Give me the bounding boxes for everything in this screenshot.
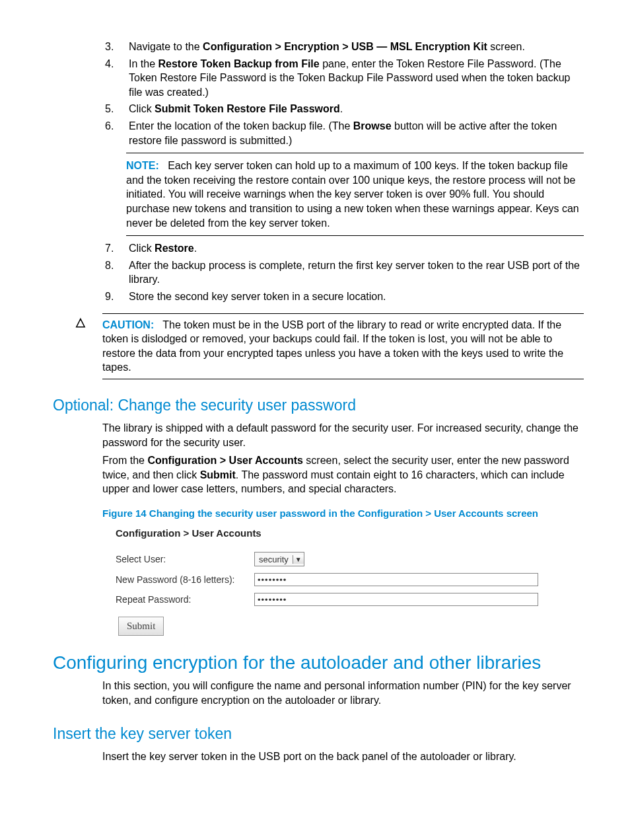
step-num: 3. <box>102 40 129 54</box>
screenshot-user-accounts: Configuration > User Accounts Select Use… <box>102 527 584 636</box>
note-text: Each key server token can hold up to a m… <box>126 160 579 228</box>
step-text: After the backup process is complete, re… <box>129 258 584 287</box>
shot-row-select-user: Select User: security ▼ <box>116 552 584 566</box>
chevron-down-icon: ▼ <box>293 555 304 564</box>
step-text: Navigate to the Configuration > Encrypti… <box>129 40 584 54</box>
select-user-dropdown[interactable]: security ▼ <box>254 552 304 566</box>
step-6: 6. Enter the location of the token backu… <box>102 119 584 147</box>
caution-body: CAUTION: The token must be in the USB po… <box>102 313 584 379</box>
step-num: 8. <box>102 258 129 287</box>
insert-p1: Insert the key server token in the USB p… <box>102 749 584 764</box>
step-5: 5. Click Submit Token Restore File Passw… <box>102 102 584 116</box>
step-9: 9. Store the second key server token in … <box>102 289 584 304</box>
heading-configuring: Configuring encryption for the autoloade… <box>40 650 590 675</box>
note-box: NOTE: Each key server token can hold up … <box>126 153 584 236</box>
step-num: 9. <box>102 289 129 304</box>
steps-top: 3. Navigate to the Configuration > Encry… <box>102 40 584 147</box>
repeat-password-field[interactable]: •••••••• <box>254 593 538 606</box>
shot-breadcrumb: Configuration > User Accounts <box>116 527 584 540</box>
step-7: 7. Click Restore. <box>102 241 584 256</box>
submit-button[interactable]: Submit <box>118 617 164 635</box>
step-3: 3. Navigate to the Configuration > Encry… <box>102 40 584 54</box>
figure-caption: Figure 14 Changing the security user pas… <box>102 507 584 520</box>
note-label: NOTE: <box>126 160 159 171</box>
optional-p2: From the Configuration > User Accounts s… <box>102 453 584 496</box>
select-user-value: security <box>255 554 293 566</box>
step-8: 8. After the backup process is complete,… <box>102 258 584 287</box>
optional-block: The library is shipped with a default pa… <box>102 421 584 636</box>
step-num: 5. <box>102 102 129 116</box>
optional-p1: The library is shipped with a default pa… <box>102 421 584 449</box>
caution-label: CAUTION: <box>102 319 154 330</box>
step-num: 6. <box>102 119 129 147</box>
configuring-block: In this section, you will configure the … <box>102 679 584 707</box>
heading-insert: Insert the key server token <box>40 724 590 744</box>
caution-block: △ CAUTION: The token must be in the USB … <box>40 313 590 379</box>
step-num: 7. <box>102 241 129 256</box>
step-text: Store the second key server token in a s… <box>129 289 584 304</box>
shot-label-repeat-password: Repeat Password: <box>116 593 254 606</box>
insert-block: Insert the key server token in the USB p… <box>102 749 584 764</box>
step-num: 4. <box>102 57 129 100</box>
step-4: 4. In the Restore Token Backup from File… <box>102 57 584 100</box>
shot-row-new-password: New Password (8-16 letters): •••••••• <box>116 573 584 586</box>
step-text: Enter the location of the token backup f… <box>129 119 584 147</box>
steps-top-block: 3. Navigate to the Configuration > Encry… <box>102 40 584 304</box>
step-text: In the Restore Token Backup from File pa… <box>129 57 584 100</box>
heading-optional: Optional: Change the security user passw… <box>40 395 590 416</box>
steps-bottom: 7. Click Restore. 8. After the backup pr… <box>102 241 584 303</box>
caution-icon: △ <box>40 313 102 379</box>
configuring-p1: In this section, you will configure the … <box>102 679 584 707</box>
caution-text: The token must be in the USB port of the… <box>102 319 563 373</box>
shot-label-select-user: Select User: <box>116 553 254 566</box>
new-password-field[interactable]: •••••••• <box>254 573 538 586</box>
step-text: Click Restore. <box>129 241 584 256</box>
shot-label-new-password: New Password (8-16 letters): <box>116 574 254 586</box>
step-text: Click Submit Token Restore File Password… <box>129 102 584 116</box>
shot-row-repeat-password: Repeat Password: •••••••• <box>116 593 584 606</box>
